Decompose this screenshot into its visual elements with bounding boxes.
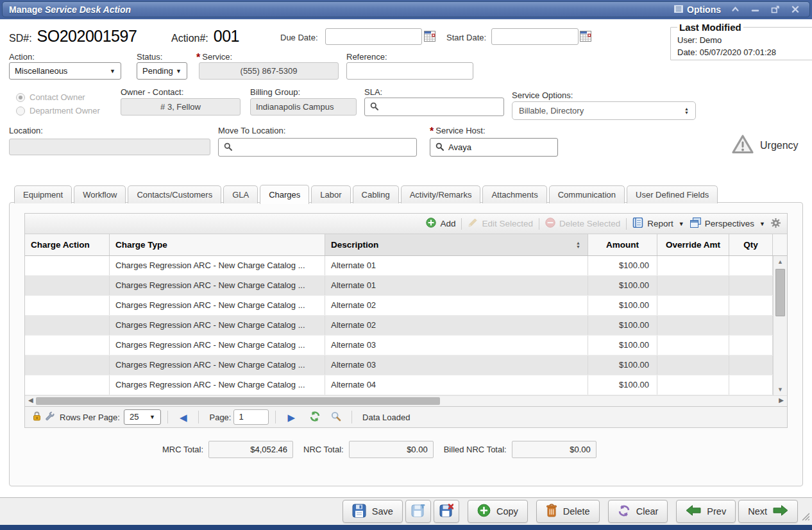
tab[interactable]: GLA <box>223 185 258 203</box>
contact-owner-option[interactable]: Contact Owner <box>16 92 100 102</box>
scroll-left-icon[interactable]: ◀ <box>28 397 33 404</box>
cell-amount: $100.00 <box>588 276 657 295</box>
tab[interactable]: Workflow <box>74 185 126 203</box>
next-button[interactable]: Next <box>738 500 798 523</box>
popout-icon[interactable] <box>771 6 780 13</box>
search-icon <box>370 102 378 112</box>
service-options-select[interactable]: Billable, Directory ▲▼ <box>512 101 696 120</box>
next-page-icon[interactable]: ▶ <box>287 413 295 422</box>
tab[interactable]: Contacts/Customers <box>128 185 221 203</box>
resize-handle[interactable] <box>801 511 809 523</box>
refresh-icon[interactable] <box>309 411 321 423</box>
total-value: $0.00 <box>512 441 596 458</box>
grid-header: Charge Action Charge Type Description ▲▼… <box>25 234 787 256</box>
search-grid-icon[interactable] <box>331 411 341 423</box>
table-row[interactable]: Charges Regression ARC - New Charge Cata… <box>25 355 773 375</box>
clear-refresh-icon <box>618 505 630 518</box>
tab[interactable]: Equipment <box>14 185 72 203</box>
totals-bar: MRC Total: $4,052.46 NRC Total: $0.00 Bi… <box>162 441 602 458</box>
vertical-scrollbar-thumb[interactable] <box>775 269 785 316</box>
tab[interactable]: Cabling <box>353 185 399 203</box>
delete-button[interactable]: Delete <box>536 500 600 523</box>
start-date-input[interactable] <box>491 28 579 45</box>
save-button[interactable]: Save <box>343 500 403 523</box>
sla-label: SLA: <box>364 87 382 97</box>
save-and-new-button[interactable] <box>405 500 431 523</box>
total-label: NRC Total: <box>303 445 344 454</box>
title-bar: Manage Service Desk Action Options <box>0 0 812 19</box>
table-row[interactable]: Charges Regression ARC - New Charge Cata… <box>25 316 773 336</box>
pager-separator <box>198 411 199 423</box>
service-host-search-input[interactable]: Avaya <box>430 138 558 157</box>
department-owner-radio[interactable] <box>16 107 25 115</box>
tab[interactable]: Labor <box>311 185 350 203</box>
report-button[interactable]: Report ▼ <box>632 218 684 230</box>
collapse-icon[interactable] <box>731 6 740 13</box>
minimize-icon[interactable] <box>751 6 759 13</box>
page-input[interactable]: 1 <box>233 409 269 425</box>
scroll-up-icon[interactable]: ▲ <box>774 259 787 265</box>
scroll-down-icon[interactable]: ▼ <box>774 386 787 393</box>
delete-selected-button[interactable]: Delete Selected <box>545 218 620 230</box>
cell-charge-action <box>25 276 110 295</box>
copy-button[interactable]: Copy <box>468 500 528 523</box>
start-date-calendar-icon[interactable] <box>580 31 591 44</box>
table-row[interactable]: Charges Regression ARC - New Charge Cata… <box>25 296 773 316</box>
department-owner-option[interactable]: Department Owner <box>16 106 100 115</box>
cell-charge-type: Charges Regression ARC - New Charge Cata… <box>110 336 325 355</box>
clear-button[interactable]: Clear <box>608 500 668 523</box>
sla-search-input[interactable] <box>364 98 504 116</box>
table-row[interactable]: Charges Regression ARC - New Charge Cata… <box>25 256 773 276</box>
horizontal-scrollbar-thumb[interactable] <box>36 397 440 405</box>
column-header-charge-type[interactable]: Charge Type <box>110 234 325 255</box>
manage-service-desk-action-window: Manage Service Desk Action Options <box>0 0 812 530</box>
chevron-down-icon: ▼ <box>759 221 765 227</box>
tab[interactable]: Attachments <box>482 185 546 203</box>
wrench-icon[interactable] <box>45 411 55 423</box>
cell-override-amt <box>657 256 729 275</box>
options-button[interactable]: Options <box>674 4 721 15</box>
rows-per-page-select[interactable]: 25 ▼ <box>124 409 161 425</box>
action-select[interactable]: Miscellaneous ▼ <box>9 62 121 80</box>
column-header-charge-action[interactable]: Charge Action <box>25 234 110 255</box>
column-header-description[interactable]: Description ▲▼ <box>325 234 588 255</box>
scroll-right-icon[interactable]: ▶ <box>779 397 784 404</box>
grid-settings-button[interactable] <box>771 218 781 230</box>
urgency-indicator[interactable]: Urgency <box>731 134 799 157</box>
status-select[interactable]: Pending ▼ <box>137 62 187 80</box>
save-and-close-button[interactable] <box>434 500 459 523</box>
tab[interactable]: Charges <box>260 185 309 204</box>
table-row[interactable]: Charges Regression ARC - New Charge Cata… <box>25 276 773 296</box>
dropdown-arrow-icon: ▼ <box>110 68 115 74</box>
tab[interactable]: User Defined Fields <box>627 185 718 203</box>
horizontal-scrollbar[interactable]: ◀ ▶ <box>25 395 787 406</box>
lock-icon[interactable] <box>33 411 41 423</box>
edit-selected-button[interactable]: Edit Selected <box>468 218 533 230</box>
add-button[interactable]: Add <box>426 218 455 230</box>
service-options-label: Service Options: <box>512 90 573 100</box>
charges-grid: Add Edit Selected Delete Selected Report… <box>24 213 788 428</box>
tab-strip: EquipmentWorkflowContacts/CustomersGLACh… <box>14 185 720 203</box>
column-header-amount[interactable]: Amount <box>588 234 657 255</box>
warning-triangle-icon <box>731 134 754 157</box>
reference-input[interactable] <box>346 62 473 80</box>
vertical-scrollbar[interactable]: ▲ ▼ <box>773 256 787 395</box>
chevron-down-icon: ▼ <box>679 221 684 227</box>
column-header-qty[interactable]: Qty <box>729 234 773 255</box>
tab[interactable]: Activity/Remarks <box>401 185 481 203</box>
tab[interactable]: Communication <box>549 185 625 203</box>
cell-amount: $100.00 <box>588 336 657 355</box>
perspectives-button[interactable]: Perspectives ▼ <box>690 218 765 230</box>
table-row[interactable]: Charges Regression ARC - New Charge Cata… <box>25 336 773 355</box>
contact-owner-radio[interactable] <box>16 93 25 102</box>
due-date-calendar-icon[interactable] <box>424 31 436 44</box>
due-date-input[interactable] <box>325 28 422 45</box>
move-to-location-search-input[interactable] <box>218 138 417 157</box>
previous-page-icon[interactable]: ◀ <box>180 413 187 422</box>
table-row[interactable]: Charges Regression ARC - New Charge Cata… <box>25 375 773 395</box>
prev-button[interactable]: Prev <box>676 500 736 523</box>
move-to-location-label: Move To Location: <box>218 126 285 135</box>
sd-number-label: SD#: <box>9 33 32 44</box>
column-header-override-amt[interactable]: Override Amt <box>657 234 729 255</box>
close-icon[interactable] <box>791 6 799 13</box>
